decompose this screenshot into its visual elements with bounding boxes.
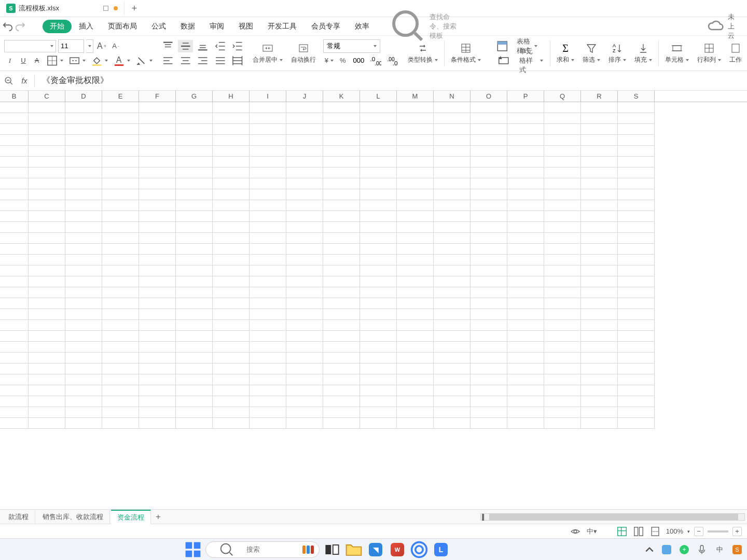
cell[interactable] <box>360 102 397 113</box>
cell[interactable] <box>65 146 102 157</box>
sheet-tab[interactable]: 款流程 <box>2 510 35 524</box>
cell[interactable] <box>29 124 65 135</box>
cell[interactable] <box>176 124 213 135</box>
cell[interactable] <box>323 287 360 298</box>
cell[interactable] <box>176 113 213 124</box>
cell[interactable] <box>176 146 213 157</box>
conditional-format-button[interactable]: 条件格式 <box>448 41 484 65</box>
cell[interactable] <box>581 211 618 222</box>
cell[interactable] <box>0 113 29 124</box>
cell[interactable] <box>102 265 139 276</box>
cell[interactable] <box>29 200 65 211</box>
cell[interactable] <box>176 200 213 211</box>
cell[interactable] <box>544 211 581 222</box>
cell[interactable] <box>213 233 250 244</box>
cell[interactable] <box>0 135 29 146</box>
cell[interactable] <box>544 353 581 363</box>
cell[interactable] <box>360 146 397 157</box>
column-header[interactable]: J <box>286 91 323 102</box>
cell[interactable] <box>581 200 618 211</box>
worksheet-button[interactable]: 工作 <box>726 41 745 65</box>
cell[interactable] <box>397 167 434 178</box>
cell[interactable] <box>176 331 213 342</box>
cell[interactable] <box>0 287 29 298</box>
wrap-text-button[interactable]: 自动换行 <box>288 41 319 65</box>
cell[interactable] <box>544 157 581 167</box>
cell[interactable] <box>581 407 618 418</box>
cell[interactable] <box>250 189 286 200</box>
cell[interactable] <box>323 244 360 255</box>
column-header[interactable]: K <box>323 91 360 102</box>
cell[interactable] <box>65 178 102 189</box>
cell[interactable] <box>618 157 655 167</box>
cell[interactable] <box>618 255 655 265</box>
cell[interactable] <box>618 244 655 255</box>
cell[interactable] <box>176 342 213 353</box>
cell[interactable] <box>213 363 250 374</box>
cell[interactable] <box>286 276 323 287</box>
cell[interactable] <box>507 255 544 265</box>
cell[interactable] <box>397 309 434 320</box>
comma-style-button[interactable]: 000 <box>351 54 366 67</box>
cell[interactable] <box>544 342 581 353</box>
cell[interactable] <box>139 298 176 309</box>
merge-center-button[interactable]: 合并居中 <box>250 41 286 65</box>
cell[interactable] <box>360 396 397 407</box>
cell[interactable] <box>213 298 250 309</box>
cell[interactable] <box>102 276 139 287</box>
cell[interactable] <box>0 157 29 167</box>
fill-color-button[interactable] <box>89 54 109 67</box>
cell[interactable] <box>250 374 286 385</box>
cell[interactable] <box>434 189 471 200</box>
cell[interactable] <box>29 407 65 418</box>
column-header[interactable]: E <box>102 91 139 102</box>
decrease-font-button[interactable]: A- <box>110 40 121 52</box>
cell[interactable] <box>507 353 544 363</box>
cell[interactable] <box>139 418 176 429</box>
cell[interactable] <box>0 146 29 157</box>
cell[interactable] <box>471 342 507 353</box>
cell[interactable] <box>65 211 102 222</box>
cell[interactable] <box>213 309 250 320</box>
cell[interactable] <box>65 189 102 200</box>
cell[interactable] <box>29 113 65 124</box>
cell[interactable] <box>360 342 397 353</box>
cell[interactable] <box>213 124 250 135</box>
cell[interactable] <box>618 309 655 320</box>
cell[interactable] <box>471 331 507 342</box>
column-header[interactable]: M <box>397 91 434 102</box>
cell[interactable] <box>323 407 360 418</box>
add-sheet-button[interactable]: + <box>152 511 164 523</box>
cloud-status[interactable]: 未上云 <box>707 12 739 40</box>
cell[interactable] <box>0 374 29 385</box>
redo-button[interactable] <box>15 21 26 32</box>
cell[interactable] <box>360 353 397 363</box>
scroll-thumb[interactable] <box>489 514 738 520</box>
cell[interactable] <box>286 233 323 244</box>
percent-button[interactable]: % <box>337 54 349 67</box>
fill-button[interactable]: 填充 <box>631 41 655 65</box>
cell[interactable] <box>250 113 286 124</box>
menu-review[interactable]: 审阅 <box>202 19 231 34</box>
cell[interactable] <box>581 309 618 320</box>
cell[interactable] <box>0 298 29 309</box>
font-family-dropdown[interactable] <box>4 40 56 52</box>
cell[interactable] <box>507 222 544 233</box>
cell[interactable] <box>471 374 507 385</box>
cell[interactable] <box>286 244 323 255</box>
cell[interactable] <box>360 233 397 244</box>
cell[interactable] <box>581 135 618 146</box>
increase-font-button[interactable]: A+ <box>95 40 108 52</box>
cell[interactable] <box>250 102 286 113</box>
cell[interactable] <box>434 418 471 429</box>
cell[interactable] <box>250 320 286 331</box>
cell[interactable] <box>286 385 323 396</box>
menu-insert[interactable]: 插入 <box>72 19 101 34</box>
cell[interactable] <box>471 146 507 157</box>
cell[interactable] <box>397 353 434 363</box>
cell[interactable] <box>139 255 176 265</box>
fx-button[interactable]: fx <box>19 75 30 87</box>
align-right-button[interactable] <box>195 54 210 67</box>
cell[interactable] <box>213 385 250 396</box>
cell[interactable] <box>618 287 655 298</box>
